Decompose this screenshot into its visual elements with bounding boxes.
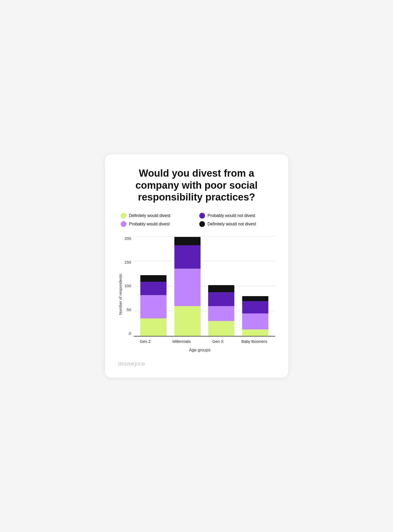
bar-segment (174, 306, 201, 336)
bar-segment (242, 296, 268, 301)
x-axis-title: Age groups (125, 348, 275, 352)
legend-label: Definitely would not divest (208, 222, 256, 226)
bar (174, 237, 201, 336)
legend-item: Definitely would divest (121, 213, 194, 219)
bar (208, 285, 234, 336)
bar-segment (140, 275, 167, 282)
legend-dot (199, 213, 205, 219)
bar-segment (208, 292, 234, 306)
x-labels: Gen ZMillennialsGen XBaby Boomers (125, 336, 275, 344)
bar-segment (242, 313, 268, 329)
bars-container (134, 236, 275, 336)
chart-title: Would you divest from a company with poo… (118, 167, 275, 203)
bar-segment (208, 306, 234, 321)
legend-item: Probably would not divest (199, 213, 273, 219)
bar-segment (140, 282, 167, 295)
y-ticks: 050100150200 (125, 236, 131, 336)
legend-label: Probably would not divest (208, 213, 255, 218)
x-label: Millennials (169, 339, 195, 344)
chart-inner: 050100150200 Gen ZMillennialsGen XBaby B… (125, 236, 275, 352)
legend-item: Definitely would not divest (199, 221, 273, 227)
bar-segment (208, 321, 234, 336)
bar-segment (140, 295, 167, 318)
legend-item: Probably would divest (121, 221, 194, 227)
x-label: Gen X (205, 339, 231, 344)
bar-segment (174, 245, 201, 269)
bar-group (140, 275, 167, 336)
y-tick: 0 (129, 332, 131, 335)
bar-group (242, 296, 268, 336)
bar-segment (140, 318, 167, 336)
watermark: moneyco (118, 360, 275, 367)
y-axis-label: Number of respondents (118, 274, 123, 315)
chart-area: Number of respondents 050100150200 Gen Z… (118, 236, 275, 352)
x-label: Baby Boomers (241, 339, 267, 344)
bar-segment (174, 269, 201, 306)
legend-dot (121, 221, 126, 227)
bar-segment (242, 301, 268, 314)
bar-group (208, 285, 234, 336)
legend-label: Probably would divest (129, 222, 170, 226)
y-tick: 150 (125, 260, 131, 264)
bar-segment (242, 329, 268, 336)
legend-dot (121, 213, 126, 219)
bar (242, 296, 268, 336)
bar-segment (208, 285, 234, 292)
legend-dot (199, 221, 205, 227)
legend-label: Definitely would divest (129, 213, 170, 218)
grid-and-bars (134, 236, 275, 336)
x-label: Gen Z (132, 339, 158, 344)
chart-with-yaxis: 050100150200 (125, 236, 275, 336)
y-tick: 50 (127, 308, 131, 312)
legend: Definitely would divest Probably would n… (118, 213, 275, 227)
chart-card: Would you divest from a company with poo… (105, 154, 288, 378)
bar (140, 275, 167, 336)
bar-group (174, 237, 201, 336)
y-tick: 200 (125, 236, 131, 240)
bars-row (134, 236, 275, 336)
bar-segment (174, 237, 201, 245)
y-tick: 100 (125, 284, 131, 288)
